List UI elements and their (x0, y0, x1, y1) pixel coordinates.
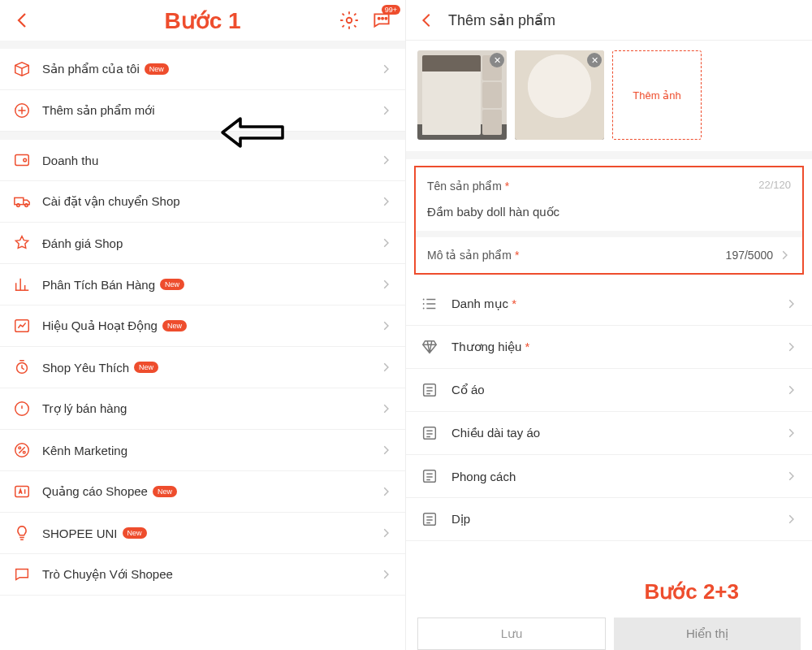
chevron-right-icon (379, 568, 392, 581)
new-badge: New (145, 63, 169, 75)
chevron-right-icon (784, 384, 797, 396)
product-cover-thumbnail[interactable]: ✕ Ảnh bìa (417, 50, 507, 140)
svg-point-9 (25, 204, 28, 207)
star-icon (13, 234, 31, 252)
menu-item-star[interactable]: Đánh giá Shop (0, 223, 405, 264)
chevron-right-icon (379, 154, 392, 167)
svg-point-14 (19, 447, 21, 449)
menu-item-label: Kênh Marketing (42, 444, 127, 457)
menu-item-trend[interactable]: Hiệu Quả Hoạt Động New (0, 306, 405, 347)
menu-item-label: Hiệu Quả Hoạt Động (42, 318, 158, 333)
chat-icon[interactable]: 99+ (371, 10, 392, 31)
svg-point-19 (423, 303, 425, 305)
add-photo-button[interactable]: Thêm ảnh (612, 50, 702, 140)
menu-item-chat2[interactable]: Trò Chuyện Với Shopee (0, 554, 405, 596)
box-icon (13, 60, 31, 78)
attribute-row[interactable]: Danh mục * (406, 283, 812, 326)
menu-item-label: Thêm sản phẩm mới (42, 103, 155, 118)
note-icon (421, 424, 438, 442)
attribute-row[interactable]: Dịp (406, 498, 812, 541)
show-button[interactable]: Hiển thị (614, 618, 801, 650)
chevron-right-icon (379, 63, 392, 76)
step23-panel: Thêm sản phẩm ✕ Ảnh bìa ✕ 0:20 Thêm ảnh … (406, 0, 812, 650)
chat-badge: 99+ (382, 5, 400, 15)
desc-label: Mô tả sản phẩm (427, 249, 512, 262)
note-icon (421, 510, 438, 528)
chevron-right-icon (784, 470, 797, 483)
chevron-right-icon (379, 319, 392, 332)
chevron-right-icon (379, 278, 392, 291)
assistant-icon (13, 400, 31, 418)
menu-item-ad[interactable]: Quảng cáo Shopee New (0, 471, 405, 513)
attribute-label: Thương hiệu (451, 340, 521, 353)
menu-item-label: Trò Chuyện Với Shopee (42, 567, 173, 582)
menu-item-label: Quảng cáo Shopee (42, 484, 148, 499)
close-icon[interactable]: ✕ (587, 53, 602, 67)
save-button[interactable]: Lưu (417, 618, 606, 650)
chevron-right-icon (379, 236, 392, 249)
wallet-icon (13, 151, 31, 169)
menu-item-label: Doanh thu (42, 154, 98, 167)
new-badge: New (160, 279, 184, 290)
menu-item-truck[interactable]: Cài đặt vận chuyển Shop (0, 181, 405, 223)
attribute-label: Phong cách (451, 470, 516, 483)
menu-item-bulb[interactable]: SHOPEE UNI New (0, 513, 405, 554)
menu-item-label: Shop Yêu Thích (42, 361, 129, 375)
diamond-icon (421, 338, 438, 356)
menu-item-label: Sản phẩm của tôi (42, 62, 140, 76)
timer-icon (13, 358, 31, 376)
menu-item-chart[interactable]: Phân Tích Bán Hàng New (0, 264, 405, 306)
svg-point-0 (347, 18, 352, 24)
menu-item-box[interactable]: Sản phẩm của tôi New (0, 49, 405, 90)
menu-item-percent[interactable]: Kênh Marketing (0, 430, 405, 471)
menu-item-wallet[interactable]: Doanh thu (0, 140, 405, 181)
chevron-right-icon (379, 195, 392, 208)
chevron-right-icon (379, 485, 392, 498)
close-icon[interactable]: ✕ (490, 53, 504, 67)
svg-point-3 (385, 18, 387, 20)
menu-item-plus-circle[interactable]: Thêm sản phẩm mới (0, 90, 405, 132)
note-icon (421, 381, 438, 399)
menu-item-label: SHOPEE UNI (42, 526, 118, 540)
svg-point-15 (23, 451, 25, 453)
product-description-row[interactable]: Mô tả sản phẩm * 197/5000 (416, 237, 802, 273)
name-label: Tên sản phẩm (427, 180, 502, 193)
trend-icon (13, 317, 31, 335)
chevron-right-icon (379, 526, 392, 540)
svg-point-6 (24, 158, 27, 162)
svg-point-2 (382, 18, 383, 20)
bulb-icon (13, 524, 31, 542)
back-icon[interactable] (417, 11, 437, 30)
page-title: Thêm sản phẩm (448, 11, 555, 29)
chevron-right-icon (784, 513, 797, 526)
bottom-buttons: Lưu Hiển thị (406, 613, 812, 650)
attribute-row[interactable]: Thương hiệu * (406, 326, 812, 369)
attribute-row[interactable]: Chiều dài tay áo (406, 412, 812, 455)
product-name-input[interactable]: Đầm baby doll hàn quốc (427, 205, 791, 219)
attribute-label: Dịp (451, 512, 470, 526)
ad-icon (13, 483, 31, 500)
chevron-right-icon (778, 249, 791, 262)
menu-item-timer[interactable]: Shop Yêu Thích New (0, 347, 405, 388)
back-icon[interactable] (13, 11, 32, 30)
name-counter: 22/120 (758, 179, 791, 191)
svg-point-20 (423, 308, 425, 310)
chevron-right-icon (784, 427, 797, 440)
product-video-thumbnail[interactable]: ✕ 0:20 (515, 50, 604, 140)
chevron-right-icon (784, 297, 797, 310)
chevron-right-icon (379, 104, 392, 117)
gear-icon[interactable] (339, 10, 360, 31)
attribute-row[interactable]: Cổ áo (406, 369, 812, 412)
menu-item-label: Phân Tích Bán Hàng (42, 278, 155, 292)
menu-item-label: Trợ lý bán hàng (42, 401, 127, 416)
note-icon (421, 467, 438, 485)
attribute-row[interactable]: Phong cách (406, 455, 812, 498)
new-badge: New (123, 527, 147, 539)
left-header: Bước 1 99+ (0, 0, 405, 41)
desc-counter: 197/5000 (726, 249, 773, 262)
chevron-right-icon (784, 340, 797, 353)
right-header: Thêm sản phẩm (406, 0, 812, 41)
attribute-label: Chiều dài tay áo (451, 426, 540, 440)
svg-point-8 (17, 204, 20, 207)
menu-item-assistant[interactable]: Trợ lý bán hàng (0, 388, 405, 430)
